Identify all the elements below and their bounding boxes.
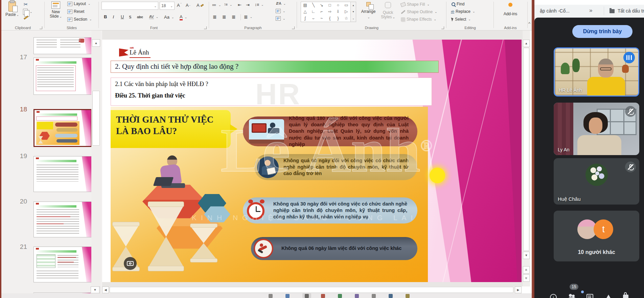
bullets-button[interactable]: ≔ bbox=[212, 2, 221, 7]
section-icon bbox=[67, 17, 72, 22]
thumbnail-scroll-up[interactable]: ▲ bbox=[92, 39, 100, 47]
select-button[interactable]: Select bbox=[452, 17, 471, 22]
decrease-indent-button[interactable]: ⇤ bbox=[238, 2, 242, 7]
text-direction-button[interactable]: ⇵A bbox=[276, 1, 286, 6]
replace-button[interactable]: abReplace bbox=[451, 9, 475, 14]
strikethrough-button[interactable]: abc bbox=[137, 15, 143, 19]
shapes-gallery-scroll[interactable]: ▴▾⌄ bbox=[351, 2, 356, 22]
presenter-highlight-dot bbox=[430, 168, 445, 183]
align-right-button[interactable]: ≣ bbox=[232, 14, 236, 20]
next-slide-button[interactable]: » bbox=[523, 274, 530, 282]
font-dialog-launcher[interactable] bbox=[204, 26, 207, 29]
bookmark-overflow-chevron[interactable]: » bbox=[589, 7, 592, 14]
thumbnail-slide-18-selected[interactable] bbox=[33, 109, 92, 147]
thumbnail-slide-21[interactable] bbox=[33, 247, 92, 282]
collapse-ribbon-button[interactable]: ^ bbox=[528, 21, 530, 26]
participant-tile-ly-an[interactable]: Ly An bbox=[554, 103, 639, 155]
chat-icon[interactable] bbox=[586, 294, 593, 298]
new-slide-button[interactable]: New Slide bbox=[47, 1, 65, 19]
section-button[interactable]: Section bbox=[67, 17, 92, 22]
align-center-button[interactable]: ≣ bbox=[222, 14, 226, 20]
increase-indent-button[interactable]: ⇥ bbox=[246, 2, 250, 7]
taskbar-icon[interactable] bbox=[305, 294, 309, 298]
font-color-button[interactable]: A bbox=[180, 14, 187, 20]
font-name-combo[interactable] bbox=[101, 2, 158, 10]
thumbnail-scroll-down-outer[interactable]: ▼ bbox=[91, 286, 99, 293]
person-sweater bbox=[577, 135, 621, 155]
host-controls-lock-icon[interactable] bbox=[623, 295, 628, 298]
hscroll-thumb[interactable] bbox=[110, 287, 513, 293]
taskbar-icon[interactable] bbox=[321, 294, 325, 298]
font-size-combo[interactable]: 18 bbox=[160, 2, 175, 10]
taskbar-icon[interactable] bbox=[372, 294, 376, 298]
convert-smartart-button[interactable] bbox=[276, 16, 285, 21]
shape-outline-button[interactable]: Shape Outline bbox=[401, 9, 437, 14]
taskbar-icon[interactable] bbox=[285, 294, 290, 298]
change-case-button[interactable]: Aa bbox=[164, 15, 174, 20]
reset-button[interactable]: Reset bbox=[67, 9, 84, 14]
folder-icon bbox=[610, 9, 615, 13]
previous-slide-button[interactable]: « bbox=[523, 266, 530, 274]
thumbnail-slide-17[interactable] bbox=[33, 58, 92, 95]
thumbnail-partial[interactable] bbox=[33, 37, 92, 54]
shape-fill-button[interactable]: Shape Fill bbox=[401, 2, 430, 7]
layout-button[interactable]: Layout bbox=[67, 1, 91, 6]
participants-icon[interactable] bbox=[568, 294, 576, 298]
italic-button[interactable]: I bbox=[113, 14, 114, 20]
thumbnail-scroll-thumb[interactable] bbox=[92, 91, 100, 146]
addins-button[interactable]: Add-ins bbox=[502, 3, 519, 16]
clipboard-dialog-launcher[interactable] bbox=[40, 26, 42, 29]
slide-18-editing-area[interactable]: HR Lê Ánh 2. Quy định chi tiết về hợp đồ… bbox=[102, 40, 522, 282]
thumbnail-slide-19[interactable] bbox=[33, 156, 92, 192]
char-spacing-button[interactable]: AV bbox=[149, 15, 158, 19]
clipboard-group-label: Clipboard bbox=[1, 26, 44, 30]
hscroll-right[interactable]: ▶ bbox=[515, 286, 522, 293]
taskbar-icon[interactable] bbox=[406, 294, 410, 298]
paragraph-dialog-launcher[interactable] bbox=[292, 26, 295, 29]
clear-formatting-button[interactable]: A bbox=[197, 3, 204, 8]
participant-tile-others[interactable]: t 10 người khác bbox=[554, 211, 639, 261]
activities-icon[interactable] bbox=[605, 294, 612, 298]
drawing-dialog-launcher[interactable] bbox=[441, 26, 444, 29]
participant-tile-hr-le-anh[interactable]: HR Lê Ánh bbox=[554, 47, 639, 97]
numbering-button[interactable]: ⁝≡ bbox=[224, 2, 232, 7]
underline-button[interactable]: U bbox=[121, 14, 124, 19]
find-button[interactable]: Find bbox=[452, 2, 464, 6]
bookmark-item-truncated[interactable]: ập cảnh -Cổ... bbox=[540, 8, 570, 14]
copy-button[interactable] bbox=[23, 9, 32, 15]
bold-button[interactable]: B bbox=[104, 14, 107, 19]
info-icon[interactable]: i bbox=[550, 294, 557, 298]
participant-tile-hue-chau[interactable]: Huệ Châu bbox=[554, 158, 639, 205]
thumbnail-slide-20[interactable] bbox=[33, 201, 92, 237]
stop-presenting-button[interactable]: Dừng trình bày bbox=[572, 25, 632, 38]
hscroll-left[interactable]: ◀ bbox=[102, 286, 109, 293]
cut-button[interactable]: ✂ bbox=[24, 1, 28, 7]
vscroll-thumb[interactable] bbox=[523, 48, 529, 251]
all-bookmarks-button[interactable]: Tất cả dấu trang bbox=[618, 8, 644, 14]
vscroll-down[interactable]: ▼ bbox=[523, 252, 530, 259]
shrink-font-button[interactable]: Aˇ bbox=[186, 3, 190, 8]
taskbar-icon[interactable] bbox=[389, 294, 393, 298]
arrange-button[interactable]: Arrange bbox=[360, 2, 377, 19]
taskbar-icon[interactable] bbox=[338, 294, 342, 298]
align-text-button[interactable] bbox=[276, 9, 285, 13]
text-shadow-button[interactable]: S bbox=[129, 14, 131, 20]
taskbar-icon[interactable] bbox=[355, 294, 359, 298]
columns-button[interactable]: ≣ bbox=[244, 14, 252, 20]
paste-button[interactable]: Paste bbox=[5, 1, 20, 17]
find-icon bbox=[452, 2, 455, 6]
format-painter-button[interactable] bbox=[24, 17, 28, 18]
quick-styles-button[interactable]: Quick Styles bbox=[379, 2, 397, 19]
thumbnail-scrollbar[interactable] bbox=[91, 30, 101, 286]
question-arrow bbox=[230, 124, 237, 134]
shape-effects-button[interactable]: Shape Effects bbox=[401, 17, 436, 22]
vscroll-up[interactable]: ▲ bbox=[523, 40, 530, 47]
grow-font-button[interactable]: Aˆ bbox=[177, 3, 181, 8]
slide-title-box[interactable]: 2. Quy định chi tiết về hợp đồng lao độn… bbox=[111, 61, 439, 73]
line-spacing-button[interactable]: ↕≡ bbox=[255, 2, 264, 7]
leanh-flag-icon bbox=[119, 48, 129, 57]
logo-underline bbox=[130, 57, 151, 58]
shapes-gallery[interactable]: ▤╲↘□○▭ △∟⌐⇨⇩▷ ʃ⌣~{}☆ bbox=[301, 2, 351, 22]
taskbar-icon[interactable] bbox=[269, 294, 273, 298]
align-left-button[interactable]: ≣ bbox=[213, 14, 217, 20]
